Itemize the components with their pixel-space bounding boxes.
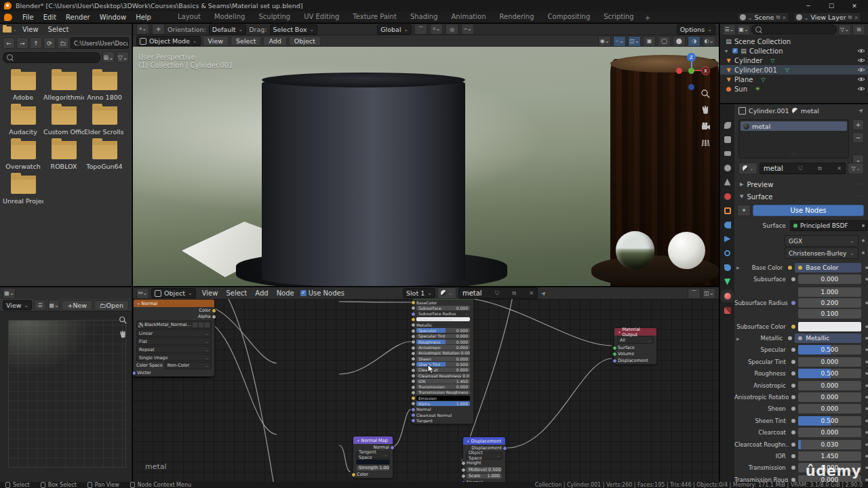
outliner-row[interactable]: Scene Collection xyxy=(720,37,868,46)
folder-item[interactable]: ROBLOX xyxy=(43,141,84,170)
xray-toggle[interactable]: ▣ xyxy=(643,36,656,47)
input-socket[interactable] xyxy=(411,351,416,356)
editor-type-icon[interactable] xyxy=(3,26,12,33)
show-overlays-toggle[interactable]: ◫⌄ xyxy=(628,36,641,47)
surface-shader-field[interactable]: Principled BSDF xyxy=(790,220,868,231)
options-dropdown[interactable]: Options xyxy=(677,24,715,35)
node-field[interactable]: Specular 0.500 xyxy=(416,328,470,333)
filter-type-dropdown[interactable]: ▣⌄ xyxy=(737,24,750,35)
zoom-icon[interactable] xyxy=(701,89,711,99)
normal-map-node[interactable]: Normal Map Normal Tangent Space Strength… xyxy=(353,436,393,479)
property-field[interactable]: 0.000 xyxy=(798,428,861,437)
input-socket[interactable] xyxy=(411,362,416,367)
keyframe-dot[interactable] xyxy=(865,384,868,387)
keyframe-dot[interactable] xyxy=(865,443,868,446)
keyframe-dot[interactable] xyxy=(865,466,868,469)
viewport-menu[interactable]: Select xyxy=(231,36,261,46)
node-header[interactable]: Material Output xyxy=(614,328,656,336)
workspace-tab[interactable]: Shading xyxy=(403,12,445,23)
hide-eye-icon[interactable] xyxy=(857,85,865,93)
copy-material-icon[interactable]: ⧉ xyxy=(512,290,516,297)
tab-scene[interactable] xyxy=(723,178,732,186)
close-button[interactable] xyxy=(850,3,859,9)
node-field[interactable]: Sheen Tint 0.500 xyxy=(416,362,470,367)
folder-item[interactable]: Overwatch xyxy=(3,141,43,170)
navigation-gizmo[interactable]: Z X xyxy=(677,55,711,93)
node-field[interactable]: Subsurface 0.000 xyxy=(416,306,470,310)
snap-magnet-icon[interactable]: ⌒ xyxy=(414,24,427,35)
menu-item[interactable]: File xyxy=(18,14,39,21)
scene-selector[interactable]: Scene xyxy=(737,12,789,22)
remove-view-layer-icon[interactable] xyxy=(854,14,859,21)
node-field[interactable]: Transmission Roughness 0.000 xyxy=(416,390,470,395)
folder-item[interactable]: Audacity xyxy=(3,106,43,136)
camera-view-icon[interactable] xyxy=(701,121,711,131)
workspace-tab[interactable]: Animation xyxy=(445,12,493,23)
input-socket[interactable] xyxy=(411,418,416,423)
node-field[interactable]: Transmission 0.000 xyxy=(416,384,470,389)
property-field[interactable]: 0.030 xyxy=(798,440,861,449)
expand-arrow-icon[interactable] xyxy=(736,336,740,341)
input-socket[interactable] xyxy=(411,317,416,322)
material-slot-list[interactable]: metal ···· xyxy=(738,119,849,159)
texture-option-dropdown[interactable]: Linear xyxy=(136,329,212,337)
overlay-options-dropdown[interactable]: ◫⌄ xyxy=(703,288,715,299)
texture-option-dropdown[interactable]: Flat xyxy=(136,338,212,345)
folder-item[interactable]: TopoGun64 xyxy=(84,141,125,170)
keyframe-dot[interactable] xyxy=(865,407,868,410)
node-field[interactable]: Normal xyxy=(416,407,470,411)
forward-button[interactable]: → xyxy=(16,37,28,49)
shader-menu[interactable]: View xyxy=(198,289,222,297)
node-header[interactable]: Normal xyxy=(134,300,214,307)
keyframe-dot[interactable] xyxy=(865,431,868,434)
hide-eye-icon[interactable] xyxy=(857,47,865,55)
tab-world[interactable] xyxy=(723,192,732,201)
property-field[interactable]: 0.000 xyxy=(798,404,861,413)
principled-bsdf-node[interactable]: BaseColor Subsurface 0.000 xyxy=(412,299,474,424)
input-socket[interactable] xyxy=(411,396,416,401)
node-field[interactable]: Roughness 0.500 xyxy=(416,340,470,344)
folder-item[interactable]: Custom Offic... xyxy=(43,106,84,136)
property-field[interactable]: 1.450 xyxy=(798,451,861,461)
preview-section[interactable]: ▶ Preview ···· xyxy=(734,179,868,190)
display-mode-dropdown[interactable]: ☰⌄ xyxy=(723,24,736,35)
texture-option-dropdown[interactable]: Repeat xyxy=(136,346,212,353)
fake-user-icon[interactable] xyxy=(193,323,197,327)
slot-dropdown[interactable]: Slot 1 xyxy=(403,288,435,298)
alpha-output-socket[interactable] xyxy=(212,314,216,319)
fake-user-shield-icon[interactable]: ⛉ xyxy=(495,290,499,297)
tab-object[interactable] xyxy=(723,206,732,215)
input-socket[interactable] xyxy=(411,368,416,373)
cylinder-object[interactable] xyxy=(262,75,465,286)
transform-orientation-dropdown[interactable]: Global xyxy=(377,24,412,35)
property-field[interactable]: 0.000 xyxy=(798,381,861,390)
property-field[interactable]: 0.000 xyxy=(798,357,861,367)
input-socket[interactable] xyxy=(411,346,416,350)
view-layer-selector[interactable]: View Layer xyxy=(793,12,861,22)
tab-constraints[interactable] xyxy=(723,263,732,272)
tab-object-data[interactable] xyxy=(723,277,732,286)
displacement-output-socket[interactable] xyxy=(502,446,507,451)
refresh-button[interactable]: ⟳ xyxy=(43,37,56,49)
input-socket[interactable] xyxy=(411,334,416,339)
display-mode-button[interactable]: ⊞⌄ xyxy=(102,52,115,63)
copy-material-icon[interactable]: ⧉ xyxy=(818,165,822,172)
colorspace-dropdown[interactable]: Non-Color xyxy=(165,362,212,369)
input-socket[interactable] xyxy=(461,461,466,466)
keyframe-dot[interactable] xyxy=(865,455,868,458)
outliner-row[interactable]: Sun xyxy=(720,84,868,94)
show-gizmo-toggle[interactable]: 🞡⌄ xyxy=(613,36,626,47)
keyframe-dot[interactable] xyxy=(865,302,868,304)
material-slot-item[interactable]: metal xyxy=(741,121,847,131)
shader-menu[interactable]: Node xyxy=(273,289,298,297)
normal-output-socket[interactable] xyxy=(390,445,395,450)
gizmo-y-axis[interactable] xyxy=(688,68,694,74)
active-tool-icon[interactable]: ⌖⌄ xyxy=(136,24,149,35)
hide-eye-icon[interactable] xyxy=(857,57,865,64)
outliner-row[interactable]: Plane xyxy=(720,75,868,84)
remove-slot-button[interactable]: − xyxy=(852,132,864,143)
vector-input-socket[interactable] xyxy=(133,371,136,375)
drag-dropdown[interactable]: Select Box xyxy=(270,24,318,35)
input-socket[interactable] xyxy=(411,373,416,378)
fake-user-shield-icon[interactable]: ⛉ xyxy=(798,165,802,172)
